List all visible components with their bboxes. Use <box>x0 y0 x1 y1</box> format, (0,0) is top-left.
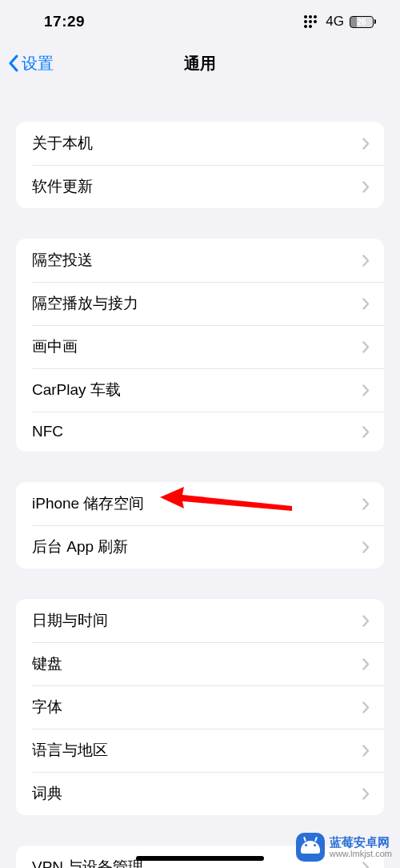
row-dictionary[interactable]: 词典 <box>16 772 384 815</box>
chevron-right-icon <box>362 298 370 310</box>
chevron-right-icon <box>362 384 370 396</box>
chevron-right-icon <box>362 138 370 150</box>
row-fonts[interactable]: 字体 <box>16 685 384 729</box>
chevron-right-icon <box>362 615 370 627</box>
chevron-right-icon <box>362 498 370 510</box>
row-iphone-storage[interactable]: iPhone 储存空间 <box>16 482 384 525</box>
row-label: 隔空播放与接力 <box>32 293 138 314</box>
row-label: 隔空投送 <box>32 250 93 271</box>
row-nfc[interactable]: NFC <box>16 412 384 452</box>
chevron-right-icon <box>362 862 370 869</box>
chevron-right-icon <box>362 341 370 353</box>
row-label: 键盘 <box>32 653 62 674</box>
home-indicator[interactable] <box>136 856 264 861</box>
group-airdrop: 隔空投送 隔空播放与接力 画中画 CarPlay 车载 NFC <box>16 239 384 452</box>
chevron-right-icon <box>362 426 370 438</box>
row-label: 关于本机 <box>32 133 93 154</box>
row-software-update[interactable]: 软件更新 <box>16 165 384 208</box>
chevron-right-icon <box>362 788 370 800</box>
row-language-region[interactable]: 语言与地区 <box>16 729 384 772</box>
row-label: 后台 App 刷新 <box>32 536 128 557</box>
row-label: VPN 与设备管理 <box>32 857 143 868</box>
status-bar: 17:29 4G 26 <box>0 0 400 43</box>
row-label: 字体 <box>32 697 62 717</box>
network-label: 4G <box>326 14 344 30</box>
row-picture-in-picture[interactable]: 画中画 <box>16 325 384 368</box>
battery-icon: 26 <box>350 16 376 28</box>
group-about: 关于本机 软件更新 <box>16 122 384 208</box>
chevron-right-icon <box>362 541 370 553</box>
back-label: 设置 <box>22 53 54 74</box>
chevron-left-icon <box>8 54 19 72</box>
row-date-time[interactable]: 日期与时间 <box>16 599 384 642</box>
row-airdrop[interactable]: 隔空投送 <box>16 239 384 282</box>
chevron-right-icon <box>362 255 370 267</box>
row-label: iPhone 储存空间 <box>32 493 144 514</box>
chevron-right-icon <box>362 181 370 193</box>
watermark-android-icon <box>296 833 325 862</box>
row-airplay-handoff[interactable]: 隔空播放与接力 <box>16 282 384 325</box>
chevron-right-icon <box>362 658 370 670</box>
row-label: 词典 <box>32 783 62 804</box>
row-label: 软件更新 <box>32 176 93 197</box>
content: 关于本机 软件更新 隔空投送 隔空播放与接力 画中画 CarPlay 车载 NF… <box>0 122 400 868</box>
group-datetime: 日期与时间 键盘 字体 语言与地区 词典 <box>16 599 384 815</box>
back-button[interactable]: 设置 <box>8 53 54 74</box>
row-about[interactable]: 关于本机 <box>16 122 384 165</box>
row-carplay[interactable]: CarPlay 车载 <box>16 368 384 412</box>
row-label: 语言与地区 <box>32 740 108 761</box>
row-label: NFC <box>32 423 63 440</box>
status-time: 17:29 <box>44 13 85 30</box>
nav-bar: 设置 通用 <box>0 43 400 83</box>
watermark: 蓝莓安卓网 www.lmkjst.com <box>296 833 392 862</box>
group-storage: iPhone 储存空间 后台 App 刷新 <box>16 482 384 569</box>
row-label: 画中画 <box>32 336 78 357</box>
row-background-app-refresh[interactable]: 后台 App 刷新 <box>16 525 384 569</box>
page-title: 通用 <box>184 53 216 74</box>
watermark-title: 蓝莓安卓网 <box>330 836 392 850</box>
row-keyboard[interactable]: 键盘 <box>16 642 384 685</box>
watermark-url: www.lmkjst.com <box>330 849 392 858</box>
row-label: CarPlay 车载 <box>32 380 121 400</box>
chevron-right-icon <box>362 745 370 757</box>
row-label: 日期与时间 <box>32 610 108 631</box>
status-right: 4G 26 <box>304 14 376 30</box>
cellular-signal-icon <box>304 15 320 28</box>
chevron-right-icon <box>362 701 370 713</box>
